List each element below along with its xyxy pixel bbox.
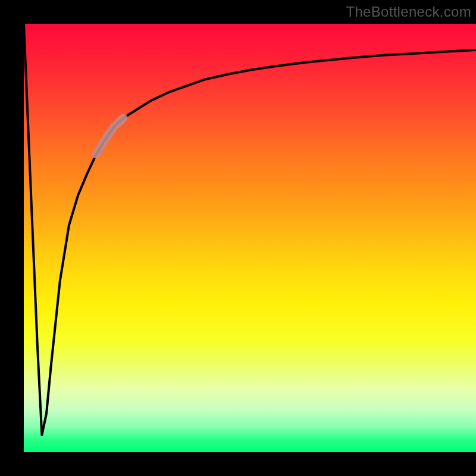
curve-marker-segment xyxy=(96,118,124,154)
curve-layer xyxy=(24,24,476,452)
plot-area xyxy=(24,24,476,452)
watermark-text: TheBottleneck.com xyxy=(346,4,471,20)
bottleneck-curve xyxy=(24,24,476,435)
chart-frame: TheBottleneck.com xyxy=(0,0,476,476)
